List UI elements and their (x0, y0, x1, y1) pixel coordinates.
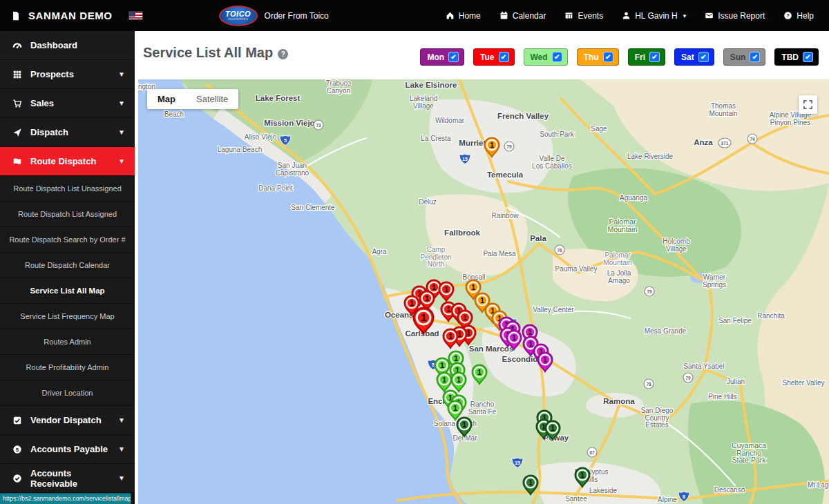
day-checkbox-mon[interactable]: ✔ (448, 52, 459, 62)
chevron-down-icon: ▼ (118, 70, 125, 78)
map-label: Mt Lagu (808, 481, 829, 489)
sidebar-subitem-route-profitability-admin[interactable]: Route Profitability Admin (0, 355, 135, 380)
route-shield-76: 76 (555, 245, 564, 255)
svg-text:1: 1 (490, 141, 494, 149)
svg-text:371: 371 (721, 141, 729, 146)
sidebar-subitem-route-dispatch-calendar[interactable]: Route Dispatch Calendar (0, 253, 135, 278)
nav-hl-gavin-h[interactable]: HL Gavin H▾ (622, 11, 686, 21)
svg-text:1: 1 (432, 283, 436, 291)
map-label: Santa Ysabel (683, 362, 724, 370)
day-filter-sun[interactable]: Sun✔ (723, 48, 766, 66)
sidebar-subitem-driver-location[interactable]: Driver Location (0, 380, 135, 406)
sidebar-subitem-service-list-frequency-map[interactable]: Service List Frequency Map (0, 304, 135, 329)
day-filter-tbd[interactable]: TBD✔ (774, 48, 819, 66)
svg-text:1: 1 (410, 299, 414, 307)
nav-help[interactable]: ?Help (783, 11, 814, 21)
map-label: LakelandVillage (410, 95, 438, 110)
svg-text:1: 1 (425, 294, 429, 302)
map-svg[interactable]: tingtonBeachLake ForestTrabucoCanyonLake… (138, 79, 829, 504)
fullscreen-button[interactable] (799, 95, 817, 114)
sidebar-item-route-dispatch[interactable]: Route Dispatch▼ (0, 147, 135, 176)
map-label: PalomarMountain (607, 217, 637, 233)
sidebar-item-sales[interactable]: Sales▼ (0, 89, 135, 118)
sidebar-subitem-routes-admin[interactable]: Routes Admin (0, 329, 135, 355)
nav-home[interactable]: Home (446, 11, 481, 21)
map-label: Ranchita (757, 312, 785, 320)
svg-text:74: 74 (750, 137, 755, 142)
map-type-satellite-button[interactable]: Satellite (186, 89, 238, 109)
help-icon[interactable]: ? (278, 49, 288, 59)
map-label: Pala Mesa (483, 250, 516, 258)
nav-calendar[interactable]: Calendar (499, 11, 546, 21)
nav-events[interactable]: Events (564, 11, 603, 21)
map-label: Beach (164, 110, 184, 118)
svg-text:1: 1 (477, 368, 482, 376)
home-icon (446, 11, 455, 20)
dashboard-icon (12, 41, 22, 50)
day-checkbox-sat[interactable]: ✔ (698, 52, 709, 62)
map-label: Deluz (419, 198, 437, 206)
svg-text:5: 5 (284, 138, 287, 143)
sidebar-item-dashboard[interactable]: Dashboard (0, 31, 135, 60)
day-checkbox-tbd[interactable]: ✔ (803, 52, 813, 62)
toico-logo[interactable]: TOICO INDUSTRIES (219, 6, 258, 26)
day-filter-tue[interactable]: Tue✔ (473, 48, 514, 66)
day-filter-fri[interactable]: Fri✔ (628, 48, 665, 66)
day-checkbox-thu[interactable]: ✔ (603, 52, 613, 62)
svg-text:1: 1 (462, 420, 466, 429)
svg-text:73: 73 (316, 123, 321, 128)
route-shield-79: 79 (683, 373, 693, 382)
map-type-control: Map Satellite (147, 89, 238, 109)
sidebar-item-accounts-receivable[interactable]: Accounts Receivable▼ (0, 464, 135, 493)
svg-text:1: 1 (442, 376, 446, 384)
sidebar-subitem-service-list-all-map[interactable]: Service List All Map (0, 278, 135, 304)
sidebar-subitem-route-dispatch-list-unassigned[interactable]: Route Dispatch List Unassigned (0, 176, 135, 202)
svg-text:1: 1 (457, 376, 461, 384)
svg-text:79: 79 (685, 376, 691, 380)
document-icon (11, 10, 21, 21)
day-filter-sat[interactable]: Sat✔ (674, 48, 714, 66)
map-label: Pala (530, 234, 546, 242)
svg-text:1: 1 (453, 404, 457, 412)
sidebar-item-prospects[interactable]: Prospects▼ (0, 60, 135, 89)
day-checkbox-wed[interactable]: ✔ (552, 52, 562, 62)
map-label: Santee (565, 495, 587, 503)
chevron-down-icon: ▼ (118, 99, 125, 107)
sidebar-item-vendor-dispatch[interactable]: Vendor Dispatch▼ (0, 406, 135, 435)
brand-title: SANMAN DEMO (28, 10, 113, 21)
day-checkbox-fri[interactable]: ✔ (649, 52, 660, 62)
sidebar-subitem-route-dispatch-search-by-order-[interactable]: Route Dispatch Search by Order # (0, 227, 135, 253)
map-canvas[interactable]: tingtonBeachLake ForestTrabucoCanyonLake… (138, 79, 829, 504)
chevron-down-icon: ▼ (118, 416, 125, 424)
route-shield-73: 73 (314, 120, 323, 130)
map-label: Temecula (487, 171, 524, 179)
map-label: HolcombVillage (663, 238, 690, 253)
sidebar-item-accounts-payable[interactable]: $Accounts Payable▼ (0, 435, 135, 464)
sidebar-item-dispatch[interactable]: Dispatch▼ (0, 118, 135, 147)
map-label: Shelter Valley (783, 379, 825, 387)
sidebar-subitem-route-dispatch-list-assigned[interactable]: Route Dispatch List Assigned (0, 202, 135, 227)
map-label: TrabucoCanyon (326, 79, 352, 95)
map-label: RanchoSanta Fe (468, 400, 497, 416)
day-checkbox-sun[interactable]: ✔ (750, 52, 760, 62)
map-label: French Valley (497, 112, 549, 120)
map-label: San Clemente (291, 204, 335, 211)
map-label: Aliso Viejo (245, 133, 277, 141)
chevron-down-icon: ▼ (118, 157, 125, 165)
route-shield-74: 74 (747, 134, 757, 144)
map-label: Ramona (603, 397, 635, 405)
map-type-map-button[interactable]: Map (147, 89, 186, 109)
svg-text:1: 1 (454, 354, 458, 362)
nav-issue-report[interactable]: Issue Report (705, 11, 765, 21)
map-label: Lake Forest (256, 94, 301, 102)
order-from-toico-link[interactable]: Order From Toico (265, 11, 329, 21)
map-label: South Park (540, 130, 574, 138)
map-label: Agra (372, 248, 387, 255)
day-filter-thu[interactable]: Thu✔ (577, 48, 619, 66)
day-filter-wed[interactable]: Wed✔ (524, 48, 568, 66)
money-icon: $ (12, 445, 22, 454)
day-filter-mon[interactable]: Mon✔ (420, 48, 464, 66)
day-checkbox-tue[interactable]: ✔ (499, 52, 509, 62)
svg-text:1: 1 (448, 332, 452, 340)
us-flag-icon[interactable] (128, 11, 143, 20)
